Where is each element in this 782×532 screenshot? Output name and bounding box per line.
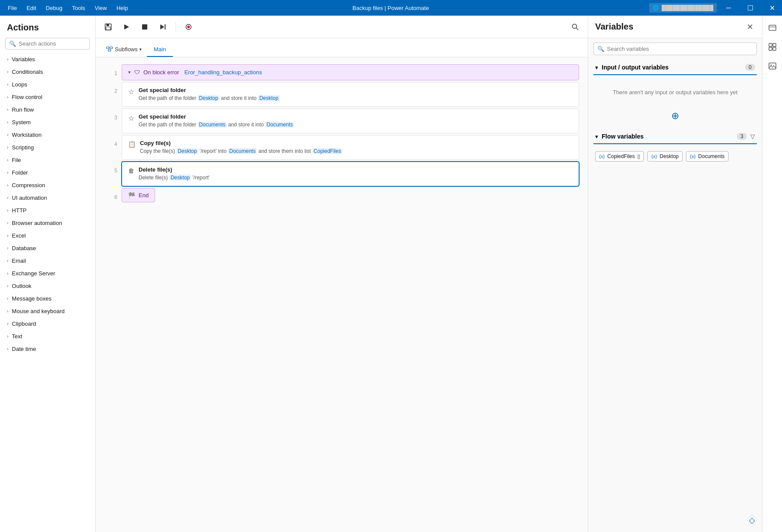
maximize-button[interactable]: ☐ — [740, 0, 760, 16]
chevron-icon: › — [7, 95, 8, 99]
menu-tools[interactable]: Tools — [68, 3, 89, 13]
svg-line-10 — [577, 28, 579, 30]
variables-panel-title: Variables — [595, 22, 633, 32]
flow-variables-header[interactable]: ▾ Flow variables 3 ▽ — [593, 129, 757, 143]
sidebar-items-list: ›Variables ›Conditionals ›Loops ›Flow co… — [0, 53, 95, 532]
block-error-header[interactable]: ▾ 🛡 On block error Eror_handling_backup_… — [122, 64, 579, 80]
sidebar-item-workstation[interactable]: ›Workstation — [0, 129, 95, 141]
sidebar-item-folder[interactable]: ›Folder — [0, 166, 95, 179]
shield-icon: 🛡 — [134, 69, 140, 76]
svg-marker-5 — [160, 24, 164, 30]
diamond-icon[interactable]: ◇ — [749, 515, 755, 525]
sidebar-item-database[interactable]: ›Database — [0, 242, 95, 254]
flow-canvas[interactable]: 1 ▾ 🛡 On block error Eror_handling_backu… — [96, 57, 588, 532]
record-button[interactable] — [181, 20, 196, 34]
step-number-3: 3 — [104, 109, 117, 121]
variables-panel-toggle[interactable] — [765, 20, 780, 36]
sidebar-item-flow-control[interactable]: ›Flow control — [0, 91, 95, 103]
input-output-section-header[interactable]: ▾ Input / output variables 0 — [593, 60, 757, 74]
sidebar-item-message-boxes[interactable]: ›Message boxes — [0, 292, 95, 305]
save-button[interactable] — [101, 20, 116, 34]
sidebar-item-mouse-keyboard[interactable]: ›Mouse and keyboard — [0, 305, 95, 317]
flow-card-3[interactable]: ☆ Get special folder Get the path of the… — [122, 109, 579, 133]
var-chip-desktop[interactable]: {x} Desktop — [647, 151, 683, 162]
sidebar-item-conditionals[interactable]: ›Conditionals — [0, 66, 95, 78]
step-3-title: Get special folder — [139, 113, 294, 120]
menu-file[interactable]: File — [3, 3, 21, 13]
chevron-icon: › — [7, 145, 8, 150]
chevron-icon: › — [7, 57, 8, 62]
star-icon: ☆ — [128, 88, 134, 96]
sidebar-title: Actions — [0, 16, 95, 36]
search-icon: 🔍 — [9, 40, 16, 47]
menu-help[interactable]: Help — [112, 3, 133, 13]
chevron-icon: › — [7, 258, 8, 263]
menu-bar: File Edit Debug Tools View Help — [3, 3, 133, 13]
input-output-title: Input / output variables — [602, 64, 742, 71]
var-icon: {x} — [651, 154, 657, 159]
var-name-desktop: Desktop — [659, 153, 679, 159]
run-button[interactable] — [119, 20, 134, 34]
sidebar-item-exchange-server[interactable]: ›Exchange Server — [0, 267, 95, 280]
sidebar-item-run-flow[interactable]: ›Run flow — [0, 103, 95, 116]
end-block[interactable]: 🏁 End — [122, 188, 155, 202]
tab-subflows[interactable]: Subflows ▾ — [101, 42, 147, 57]
user-area[interactable]: 🌐 ██████████████ — [649, 3, 717, 13]
step-number-6: 6 — [104, 188, 117, 200]
sidebar-item-system[interactable]: ›System — [0, 116, 95, 129]
flow-card-5[interactable]: 🗑 Delete file(s) Delete file(s) Desktop … — [122, 162, 579, 186]
chevron-icon: › — [7, 120, 8, 125]
canvas-search-button[interactable] — [568, 20, 583, 34]
svg-rect-19 — [773, 47, 776, 50]
end-label: End — [139, 192, 149, 198]
sidebar-item-excel[interactable]: ›Excel — [0, 229, 95, 242]
ui-elements-panel-toggle[interactable] — [765, 39, 780, 55]
sidebar-item-compression[interactable]: ›Compression — [0, 179, 95, 192]
sidebar-item-file[interactable]: ›File — [0, 154, 95, 166]
search-actions-input[interactable] — [19, 40, 86, 47]
variables-close-button[interactable]: ✕ — [745, 20, 755, 33]
variables-search-container[interactable]: 🔍 — [593, 43, 757, 55]
menu-edit[interactable]: Edit — [22, 3, 40, 13]
sidebar-item-variables[interactable]: ›Variables — [0, 53, 95, 66]
close-button[interactable]: ✕ — [762, 0, 782, 16]
sidebar-item-outlook[interactable]: ›Outlook — [0, 280, 95, 292]
minimize-button[interactable]: ─ — [719, 0, 739, 16]
step-row-end: 6 🏁 End — [104, 188, 579, 202]
chevron-icon: › — [7, 221, 8, 225]
sidebar-item-email[interactable]: ›Email — [0, 254, 95, 267]
tab-main[interactable]: Main — [147, 43, 173, 57]
next-step-button[interactable] — [156, 20, 170, 34]
images-panel-toggle[interactable] — [765, 58, 780, 74]
var-chip-copiedfiles[interactable]: {x} CopiedFiles [] — [595, 151, 644, 162]
sidebar-item-clipboard[interactable]: ›Clipboard — [0, 317, 95, 330]
chevron-icon: › — [7, 158, 8, 162]
add-variable-button[interactable]: ⊕ — [669, 109, 682, 122]
menu-view[interactable]: View — [90, 3, 111, 13]
menu-debug[interactable]: Debug — [41, 3, 66, 13]
sidebar-item-browser-automation[interactable]: ›Browser automation — [0, 217, 95, 229]
sidebar-item-datetime[interactable]: ›Date time — [0, 343, 95, 355]
flow-variables-title: Flow variables — [602, 133, 733, 140]
chevron-icon: › — [7, 246, 8, 251]
sidebar-item-scripting[interactable]: ›Scripting — [0, 141, 95, 154]
flow-card-2[interactable]: ☆ Get special folder Get the path of the… — [122, 82, 579, 107]
sidebar-item-ui-automation[interactable]: ›UI automation — [0, 192, 95, 204]
var-chip-documents[interactable]: {x} Documents — [686, 151, 729, 162]
sidebar-item-loops[interactable]: ›Loops — [0, 78, 95, 91]
block-error-handler: Eror_handling_backup_actions — [184, 69, 262, 76]
flow-card-4[interactable]: 📋 Copy file(s) Copy the file(s) Desktop … — [122, 135, 579, 160]
bottom-area: ◇ — [588, 509, 762, 532]
step-5-title: Delete file(s) — [139, 166, 209, 173]
step-5-var1: Desktop — [169, 175, 191, 181]
sidebar-item-http[interactable]: ›HTTP — [0, 204, 95, 217]
search-actions-container[interactable]: 🔍 — [5, 38, 90, 50]
variables-search-input[interactable] — [607, 46, 753, 52]
var-name-copiedfiles: CopiedFiles — [607, 153, 635, 159]
stop-button[interactable] — [137, 20, 152, 34]
svg-point-21 — [770, 65, 772, 66]
filter-icon[interactable]: ▽ — [750, 133, 755, 140]
svg-rect-16 — [769, 43, 772, 46]
sidebar-item-text[interactable]: ›Text — [0, 330, 95, 343]
input-output-empty: There aren't any input or output variabl… — [593, 79, 757, 106]
